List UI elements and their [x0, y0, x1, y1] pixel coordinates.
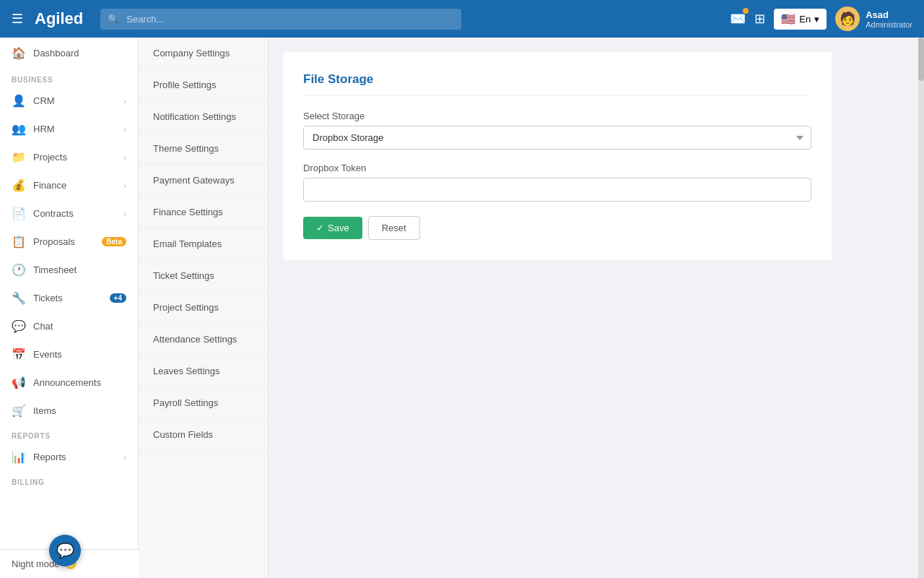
scrollbar-thumb[interactable] [918, 38, 924, 81]
settings-theme[interactable]: Theme Settings [139, 133, 268, 165]
sidebar-item-contracts[interactable]: 📄 Contracts › [0, 199, 138, 228]
apps-grid-icon[interactable]: ⊞ [754, 11, 765, 27]
sidebar-item-reports[interactable]: 📊 Reports › [0, 443, 138, 471]
sidebar: 🏠 Dashboard BUSINESS 👤 CRM › 👥 HRM › 📁 P… [0, 38, 139, 578]
finance-label: Finance [33, 180, 116, 191]
sidebar-item-chat[interactable]: 💬 Chat [0, 312, 138, 340]
settings-custom-fields[interactable]: Custom Fields [139, 419, 268, 451]
hrm-label: HRM [33, 124, 116, 134]
tickets-icon: 🔧 [12, 291, 26, 305]
chat-bubble-icon: 💬 [56, 542, 74, 559]
reports-label: Reports [33, 452, 116, 462]
language-label: En [799, 14, 811, 25]
file-storage-card: File Storage Select Storage Dropbox Stor… [283, 52, 832, 260]
sidebar-item-dashboard[interactable]: 🏠 Dashboard [0, 38, 138, 69]
menu-icon[interactable]: ☰ [12, 11, 23, 27]
main-content: File Storage Select Storage Dropbox Stor… [269, 38, 918, 578]
sidebar-item-tickets[interactable]: 🔧 Tickets +4 [0, 284, 138, 312]
sidebar-item-events[interactable]: 📅 Events [0, 340, 138, 368]
save-check-icon: ✓ [316, 223, 324, 233]
notifications-icon[interactable]: ✉️ [730, 11, 746, 27]
sidebar-item-crm[interactable]: 👤 CRM › [0, 87, 138, 115]
sidebar-item-proposals[interactable]: 📋 Proposals Beta [0, 228, 138, 256]
crm-label: CRM [33, 95, 116, 106]
projects-label: Projects [33, 152, 116, 163]
scrollbar[interactable] [918, 38, 924, 578]
reset-label: Reset [382, 223, 406, 233]
notification-badge [743, 8, 749, 14]
settings-attendance[interactable]: Attendance Settings [139, 324, 268, 355]
form-buttons: ✓ Save Reset [303, 216, 811, 240]
sidebar-item-projects[interactable]: 📁 Projects › [0, 143, 138, 171]
settings-email[interactable]: Email Templates [139, 228, 268, 260]
chat-icon: 💬 [12, 319, 26, 333]
settings-company[interactable]: Company Settings [139, 38, 268, 69]
lang-dropdown-icon: ▾ [814, 14, 819, 25]
timesheet-icon: 🕐 [12, 263, 26, 277]
header-right: ✉️ ⊞ 🇺🇸 En ▾ 🧑 Asad Administrator [730, 7, 912, 31]
sidebar-item-announcements[interactable]: 📢 Announcements [0, 368, 138, 397]
crm-icon: 👤 [12, 94, 26, 108]
settings-leaves[interactable]: Leaves Settings [139, 355, 268, 387]
settings-ticket[interactable]: Ticket Settings [139, 260, 268, 292]
settings-notification[interactable]: Notification Settings [139, 101, 268, 133]
save-label: Save [328, 223, 349, 233]
reset-button[interactable]: Reset [368, 216, 420, 240]
tickets-badge: +4 [110, 293, 126, 303]
save-button[interactable]: ✓ Save [303, 217, 362, 239]
select-storage-dropdown[interactable]: Dropbox Storage Local Storage Amazon S3 [303, 126, 811, 150]
settings-profile[interactable]: Profile Settings [139, 69, 268, 101]
projects-arrow-icon: › [123, 153, 126, 162]
settings-payment[interactable]: Payment Gateways [139, 165, 268, 197]
reports-icon: 📊 [12, 450, 26, 464]
events-icon: 📅 [12, 348, 26, 361]
user-menu[interactable]: 🧑 Asad Administrator [835, 7, 912, 31]
hrm-arrow-icon: › [123, 125, 126, 134]
settings-sidebar: Company Settings Profile Settings Notifi… [139, 38, 269, 578]
sidebar-section-billing: BILLING [0, 471, 138, 489]
contracts-arrow-icon: › [123, 210, 126, 218]
chat-label: Chat [33, 321, 126, 332]
flag-icon: 🇺🇸 [781, 12, 796, 26]
settings-finance[interactable]: Finance Settings [139, 197, 268, 228]
chat-bubble-button[interactable]: 💬 [49, 535, 81, 566]
crm-arrow-icon: › [123, 97, 126, 105]
sidebar-section-business: BUSINESS [0, 69, 138, 87]
settings-project[interactable]: Project Settings [139, 292, 268, 324]
body: 🏠 Dashboard BUSINESS 👤 CRM › 👥 HRM › 📁 P… [0, 38, 924, 578]
finance-arrow-icon: › [123, 181, 126, 190]
sidebar-item-finance[interactable]: 💰 Finance › [0, 171, 138, 199]
sidebar-item-hrm[interactable]: 👥 HRM › [0, 115, 138, 143]
language-selector[interactable]: 🇺🇸 En ▾ [774, 9, 827, 30]
contracts-label: Contracts [33, 208, 116, 219]
page-title: File Storage [303, 72, 811, 96]
dropbox-token-input[interactable] [303, 178, 811, 202]
items-label: Items [33, 405, 126, 416]
items-icon: 🛒 [12, 404, 26, 418]
app-logo: Agiled [35, 9, 83, 28]
dashboard-icon: 🏠 [12, 46, 26, 60]
dropbox-token-label: Dropbox Token [303, 163, 811, 173]
sidebar-section-reports: REPORTS [0, 425, 138, 443]
settings-payroll[interactable]: Payroll Settings [139, 387, 268, 419]
search-bar: 🔍 [100, 9, 461, 30]
user-name: Asad [866, 9, 912, 20]
events-label: Events [33, 349, 126, 360]
proposals-label: Proposals [33, 236, 95, 247]
select-storage-group: Select Storage Dropbox Storage Local Sto… [303, 111, 811, 150]
sidebar-item-items[interactable]: 🛒 Items [0, 397, 138, 425]
projects-icon: 📁 [12, 150, 26, 164]
dashboard-label: Dashboard [33, 48, 79, 59]
announcements-label: Announcements [33, 377, 126, 388]
announcements-icon: 📢 [12, 376, 26, 389]
search-input[interactable] [100, 9, 461, 30]
proposals-icon: 📋 [12, 235, 26, 249]
header: ☰ Agiled 🔍 ✉️ ⊞ 🇺🇸 En ▾ 🧑 Asad Administr… [0, 0, 924, 38]
dropbox-token-group: Dropbox Token [303, 163, 811, 202]
user-details: Asad Administrator [866, 9, 912, 29]
avatar: 🧑 [835, 7, 860, 31]
select-storage-label: Select Storage [303, 111, 811, 121]
reports-arrow-icon: › [123, 453, 126, 462]
timesheet-label: Timesheet [33, 264, 126, 275]
sidebar-item-timesheet[interactable]: 🕐 Timesheet [0, 256, 138, 284]
